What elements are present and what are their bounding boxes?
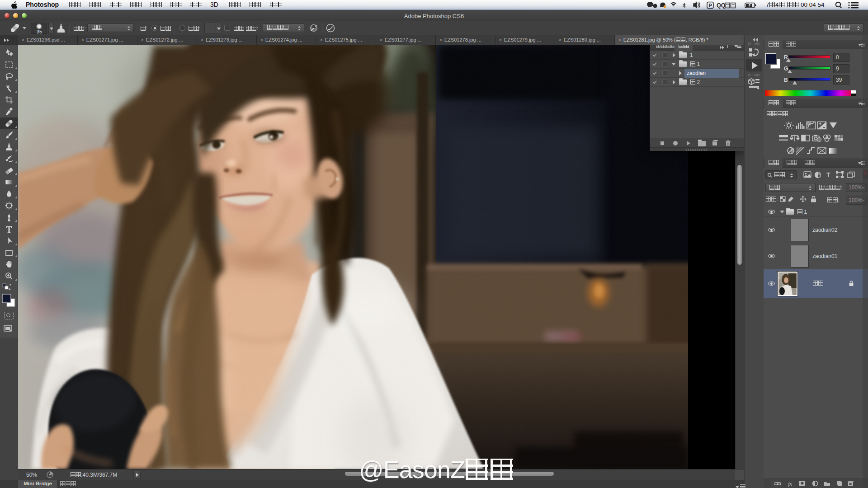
svg-text:fx: fx (788, 480, 793, 487)
svg-text:P: P (709, 3, 712, 8)
svg-text:T: T (826, 171, 830, 178)
svg-text:QQ: QQ (717, 2, 726, 9)
